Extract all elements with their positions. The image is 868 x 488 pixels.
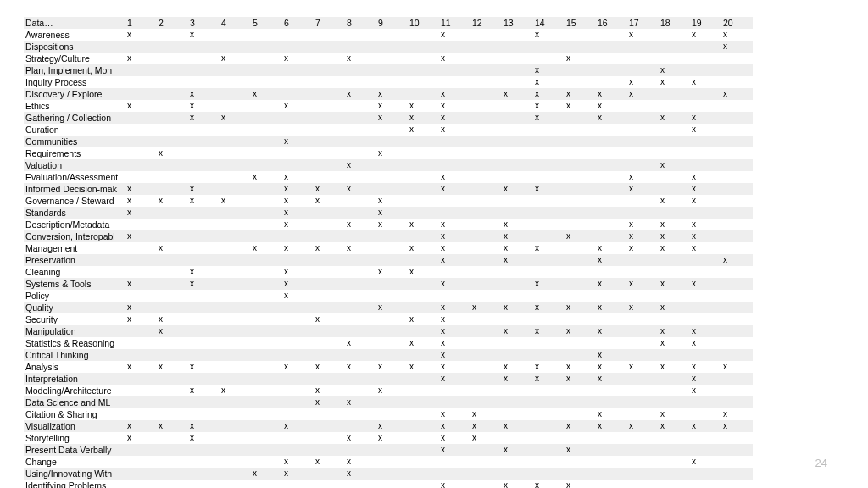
cell: x (690, 361, 721, 373)
cell: x (439, 112, 470, 124)
cell (408, 278, 439, 290)
cell (408, 64, 439, 76)
cell: x (502, 230, 533, 242)
cell: x (251, 171, 282, 183)
cell (376, 313, 408, 325)
cell (376, 242, 408, 254)
row-label: Requirements (24, 147, 125, 159)
cell (565, 124, 596, 136)
cell (470, 53, 502, 64)
cell (659, 147, 690, 159)
cell (596, 41, 627, 53)
cell (251, 444, 282, 456)
cell (690, 313, 721, 325)
table-row: Present Data Verballyxxx (24, 444, 753, 456)
column-header: 13 (502, 17, 533, 29)
table-row: Citation & Sharingxxxxx (24, 408, 753, 420)
cell (345, 313, 376, 325)
cell (502, 53, 533, 64)
cell (345, 195, 376, 207)
cell (251, 136, 282, 147)
cell (125, 254, 157, 266)
cell: x (533, 100, 565, 112)
cell: x (376, 147, 408, 159)
cell: x (314, 313, 345, 325)
cell (251, 313, 282, 325)
cell (125, 112, 157, 124)
cell (314, 64, 345, 76)
cell: x (502, 88, 533, 100)
cell (188, 408, 220, 420)
cell (220, 183, 251, 195)
cell (659, 171, 690, 183)
cell (251, 278, 282, 290)
cell: x (721, 420, 753, 432)
cell (188, 290, 220, 302)
cell: x (690, 242, 721, 254)
row-label: Ethics (24, 100, 125, 112)
cell: x (376, 420, 408, 432)
cell (596, 171, 627, 183)
cell (627, 53, 659, 64)
cell (565, 147, 596, 159)
cell (125, 41, 157, 53)
cell (157, 266, 188, 278)
cell (533, 456, 565, 468)
cell (627, 41, 659, 53)
cell (314, 254, 345, 266)
cell (659, 53, 690, 64)
cell (439, 396, 470, 408)
cell: x (188, 278, 220, 290)
cell: x (565, 373, 596, 385)
cell (251, 29, 282, 41)
cell (408, 373, 439, 385)
cell (125, 325, 157, 337)
cell (314, 136, 345, 147)
cell (125, 124, 157, 136)
row-label: Informed Decision-mak (24, 183, 125, 195)
cell: x (659, 64, 690, 76)
cell (282, 373, 314, 385)
cell (220, 64, 251, 76)
cell: x (157, 420, 188, 432)
cell (690, 480, 721, 488)
cell (533, 136, 565, 147)
cell (314, 420, 345, 432)
cell: x (565, 480, 596, 488)
cell (188, 64, 220, 76)
cell: x (282, 361, 314, 373)
cell (565, 112, 596, 124)
cell (408, 76, 439, 88)
cell: x (533, 76, 565, 88)
cell (220, 171, 251, 183)
cell (220, 136, 251, 147)
row-label: Data Science and ML (24, 396, 125, 408)
cell: x (596, 88, 627, 100)
cell: x (533, 361, 565, 373)
cell (408, 349, 439, 361)
cell (502, 396, 533, 408)
cell (690, 159, 721, 171)
cell (157, 136, 188, 147)
cell (188, 468, 220, 480)
cell (565, 385, 596, 396)
table-row: Requirementsxx (24, 147, 753, 159)
cell: x (125, 361, 157, 373)
cell (251, 100, 282, 112)
table-row: Standardsxxx (24, 207, 753, 219)
cell (376, 290, 408, 302)
cell: x (439, 100, 470, 112)
cell (470, 349, 502, 361)
cell: x (439, 230, 470, 242)
cell: x (533, 373, 565, 385)
cell (596, 456, 627, 468)
cell: x (533, 325, 565, 337)
cell (439, 195, 470, 207)
row-label: Discovery / Explore (24, 88, 125, 100)
cell (565, 254, 596, 266)
cell (565, 207, 596, 219)
cell (690, 100, 721, 112)
cell (470, 373, 502, 385)
cell: x (439, 278, 470, 290)
cell (470, 159, 502, 171)
